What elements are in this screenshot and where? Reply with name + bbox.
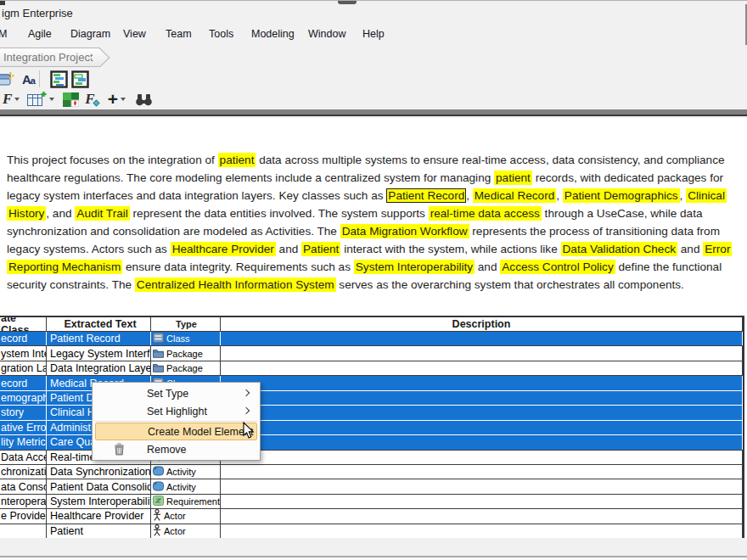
font-style-icon[interactable]: Aa [22, 69, 35, 89]
candidate-class-cell[interactable]: Data Acce [0, 451, 47, 464]
highlighted-term[interactable]: Access Control Policy [500, 260, 615, 274]
type-cell[interactable]: Actor [151, 524, 221, 538]
extracted-text-cell[interactable]: Data Integration Laye [47, 361, 151, 375]
menu-tools[interactable]: Tools [209, 28, 233, 40]
highlighted-term[interactable]: Audit Trail [75, 206, 129, 221]
new-window-icon[interactable] [0, 69, 14, 89]
candidate-class-cell[interactable]: ative Error [0, 421, 47, 434]
menu-item-set-highlight[interactable]: Set Highlight [93, 402, 260, 420]
formula-icon[interactable]: F [3, 89, 20, 109]
highlight-palette-icon[interactable] [63, 89, 79, 109]
highlighted-term[interactable]: patient [218, 153, 256, 167]
highlighted-term[interactable]: Data Validation Check [561, 242, 678, 256]
candidate-class-cell[interactable]: ystem Inte [0, 346, 47, 360]
extracted-text-cell[interactable]: Legacy System Interf [47, 346, 151, 360]
type-cell[interactable]: Requirement [151, 495, 221, 508]
description-cell[interactable] [221, 346, 743, 360]
menu-view[interactable]: View [123, 28, 146, 40]
candidate-class-cell[interactable]: lity Metric [0, 435, 47, 449]
column-header-ate-class[interactable]: ate Class [0, 317, 47, 331]
highlighted-term[interactable]: patient [494, 171, 532, 185]
extracted-text-cell[interactable]: Patient [47, 524, 151, 538]
table-row[interactable]: ecordPatient RecordClass [0, 332, 743, 346]
description-cell[interactable] [221, 332, 743, 345]
format-icon[interactable]: F [85, 89, 99, 109]
description-cell[interactable] [221, 391, 743, 405]
highlighted-term[interactable]: History [7, 206, 46, 221]
description-cell[interactable] [221, 509, 743, 523]
candidate-class-cell[interactable]: story [0, 406, 47, 419]
add-element-icon[interactable]: + [108, 89, 126, 109]
candidate-class-cell[interactable]: e Provider [0, 509, 47, 523]
candidate-class-cell[interactable]: ecord [0, 332, 47, 345]
highlighted-term[interactable]: Patient [301, 242, 340, 256]
highlighted-term[interactable]: Reporting Mechanism [7, 260, 122, 274]
menu-item-label: Set Type [147, 388, 188, 400]
menu-m[interactable]: M [0, 28, 7, 40]
highlighted-term[interactable]: Medical Record [473, 188, 556, 203]
extracted-text-cell[interactable]: Healthcare Provider [47, 509, 151, 523]
description-cell[interactable] [221, 495, 743, 508]
candidate-class-cell[interactable]: ata Conso [0, 479, 47, 493]
menu-diagram[interactable]: Diagram [70, 28, 110, 40]
type-cell[interactable]: Activity [151, 465, 221, 479]
highlighted-term[interactable]: real-time data access [429, 206, 542, 221]
candidate-class-cell[interactable]: gration La [0, 361, 47, 375]
highlighted-term[interactable]: Data Migration Workflow [340, 224, 469, 238]
extracted-text-cell[interactable]: Patient Record [47, 332, 151, 345]
highlighted-term[interactable]: System Interoperability [354, 260, 475, 274]
table-row[interactable]: ystem InteLegacy System InterfPackage [0, 346, 743, 361]
description-cell[interactable] [221, 406, 743, 419]
candidate-class-cell[interactable]: nteroperab [0, 495, 47, 508]
table-row[interactable]: gration LaData Integration LayePackage [0, 361, 743, 376]
menu-item-set-type[interactable]: Set Type [93, 384, 260, 402]
extracted-text-cell[interactable]: System Interoperabilit [47, 495, 151, 508]
type-cell[interactable]: Package [151, 361, 221, 375]
description-cell[interactable] [221, 524, 743, 538]
highlighted-term[interactable]: Patient Demographics [563, 188, 680, 203]
menu-agile[interactable]: Agile [28, 28, 52, 40]
column-header-description[interactable]: Description [221, 317, 743, 331]
table-row[interactable]: PatientActor [0, 524, 743, 539]
description-cell[interactable] [221, 479, 743, 493]
menu-help[interactable]: Help [362, 28, 385, 40]
extracted-text-cell[interactable]: Patient Data Consolida [47, 479, 151, 493]
column-header-type[interactable]: Type [151, 317, 221, 331]
candidate-class-cell[interactable] [0, 524, 47, 538]
description-cell[interactable] [221, 361, 743, 375]
table-row[interactable]: e ProviderHealthcare ProviderActor [0, 509, 743, 524]
candidate-class-cell[interactable]: ecord [0, 376, 47, 389]
column-header-extracted-text[interactable]: Extracted Text [47, 317, 151, 331]
menu-window[interactable]: Window [308, 28, 345, 40]
table-row[interactable]: ata ConsoPatient Data ConsolidaActivity [0, 479, 743, 494]
tab-integration-project[interactable]: Integration Project [0, 48, 100, 67]
highlighted-term[interactable]: Healthcare Provider [171, 242, 276, 256]
highlighted-term-selected[interactable]: Patient Record [386, 188, 466, 203]
type-cell[interactable]: Class [151, 332, 221, 345]
table-row[interactable]: chronizatioData SynchronizationActivity [0, 465, 743, 479]
find-icon[interactable] [135, 89, 153, 109]
highlighted-term[interactable]: Centralized Health Information System [135, 277, 336, 292]
type-cell[interactable]: Actor [151, 509, 221, 523]
menu-item-create-model-element[interactable]: Create Model Element [95, 423, 257, 440]
type-cell[interactable]: Package [151, 346, 221, 360]
highlighted-term[interactable]: Error [703, 242, 732, 256]
extracted-text-cell[interactable]: Data Synchronization [47, 465, 151, 479]
candidate-class-cell[interactable]: chronizatio [0, 465, 47, 479]
menu-item-remove[interactable]: Remove [93, 440, 260, 458]
spec-view-icon[interactable] [50, 69, 68, 89]
highlighted-term[interactable]: Clinical [686, 188, 727, 203]
grid-add-icon[interactable] [27, 89, 54, 109]
candidate-class-cell[interactable]: emograph [0, 391, 47, 405]
model-view-icon[interactable] [71, 69, 89, 89]
description-cell[interactable] [221, 451, 743, 464]
menu-modeling[interactable]: Modeling [251, 28, 295, 40]
description-cell[interactable] [221, 465, 743, 479]
description-cell[interactable] [221, 376, 743, 389]
description-cell[interactable] [221, 435, 743, 449]
description-cell[interactable] [221, 421, 743, 434]
type-cell[interactable]: Activity [151, 479, 221, 493]
menu-team[interactable]: Team [166, 28, 192, 40]
table-row[interactable]: nteroperabSystem InteroperabilitRequirem… [0, 495, 743, 509]
window-title: igm Enterprise [2, 7, 73, 20]
